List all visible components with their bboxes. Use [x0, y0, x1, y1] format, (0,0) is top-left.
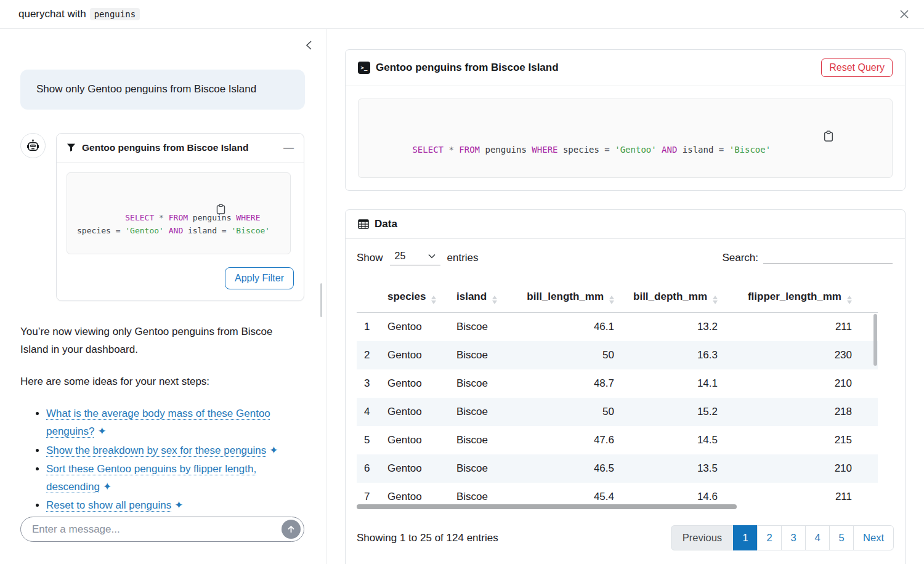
suggestion-link[interactable]: Sort these Gentoo penguins by flipper le… — [46, 463, 256, 493]
filter-tool-card: Gentoo penguins from Biscoe Island — SEL… — [56, 133, 304, 301]
send-button[interactable] — [282, 520, 301, 539]
sparkle-icon: ✦ — [174, 496, 183, 514]
robot-avatar — [20, 133, 46, 158]
column-header-island[interactable]: island — [450, 283, 509, 313]
suggestion-item: What is the average body mass of these G… — [46, 405, 305, 440]
data-card: Data Show 25 entries Search: — [345, 209, 906, 564]
funnel-icon — [67, 143, 76, 152]
table-row[interactable]: 5GentooBiscoe47.614.5215 — [357, 426, 878, 454]
filter-card-title: Gentoo penguins from Biscoe Island — [82, 142, 248, 153]
suggestion-link[interactable]: What is the average body mass of these G… — [46, 408, 270, 437]
pagination-previous-button[interactable]: Previous — [671, 525, 734, 550]
sort-icon — [431, 296, 436, 304]
pagination-page-5[interactable]: 5 — [829, 525, 854, 550]
data-table: speciesislandbill_length_mmbill_depth_mm… — [357, 283, 878, 511]
suggestion-link[interactable]: Show the breakdown by sex for these peng… — [46, 445, 266, 456]
table-row[interactable]: 1GentooBiscoe46.113.2211 — [357, 313, 878, 342]
pagination-page-4[interactable]: 4 — [805, 525, 830, 550]
table-row[interactable]: 3GentooBiscoe48.714.1210 — [357, 369, 878, 398]
assistant-paragraph: Here are some ideas for your next steps: — [20, 376, 304, 388]
entries-label: entries — [447, 252, 479, 264]
show-label: Show — [357, 252, 383, 264]
table-body: 1GentooBiscoe46.113.22112GentooBiscoe501… — [357, 313, 878, 512]
arrow-up-icon — [286, 525, 296, 534]
table-head-row: speciesislandbill_length_mmbill_depth_mm… — [357, 283, 878, 313]
table-info: Showing 1 to 25 of 124 entries — [357, 532, 498, 544]
sql-code-block: SELECT * FROM penguins WHERE species = '… — [358, 99, 893, 178]
sparkle-icon: ✦ — [269, 441, 278, 459]
column-header-bill_depth_mm[interactable]: bill_depth_mm — [620, 283, 724, 313]
suggestion-list: What is the average body mass of these G… — [46, 405, 305, 514]
sparkle-icon: ✦ — [97, 422, 106, 440]
message-input[interactable] — [32, 523, 282, 536]
table-scroll-container: speciesislandbill_length_mmbill_depth_mm… — [357, 283, 878, 511]
search-input[interactable] — [763, 250, 893, 264]
column-header-flipper_length_mm[interactable]: flipper_length_mm — [724, 283, 858, 313]
search-label: Search: — [722, 252, 758, 264]
sparkle-icon: ✦ — [103, 478, 111, 496]
pagination-next-button[interactable]: Next — [853, 525, 894, 550]
assistant-paragraph: You’re now viewing only Gentoo penguins … — [20, 323, 279, 358]
suggestion-link[interactable]: Reset to show all penguins — [46, 499, 171, 511]
chat-sidebar: Show only Gentoo penguins from Biscoe Is… — [0, 29, 326, 564]
dataset-name-chip: penguins — [90, 8, 140, 20]
sidebar-scrollbar[interactable] — [320, 283, 322, 317]
sql-code-block: SELECT * FROM penguins WHERE species = '… — [67, 172, 291, 254]
pagination-page-3[interactable]: 3 — [781, 525, 806, 550]
sort-icon — [609, 296, 614, 304]
pagination-page-2[interactable]: 2 — [757, 525, 782, 550]
suggestion-item: Sort these Gentoo penguins by flipper le… — [46, 460, 305, 496]
apply-filter-button[interactable]: Apply Filter — [225, 267, 294, 289]
message-input-bar — [20, 517, 304, 542]
data-card-title: Data — [375, 218, 397, 230]
sort-icon — [492, 296, 497, 304]
column-header-rownum — [357, 283, 381, 313]
table-row[interactable]: 6GentooBiscoe46.513.5210 — [357, 454, 878, 483]
column-header-species[interactable]: species — [381, 283, 450, 313]
robot-icon — [26, 139, 40, 153]
table-icon — [358, 219, 369, 230]
close-icon[interactable] — [898, 8, 910, 20]
table-horizontal-scrollbar[interactable] — [357, 504, 737, 509]
suggestion-item: Show the breakdown by sex for these peng… — [46, 441, 305, 459]
sort-icon — [847, 296, 852, 304]
assistant-message-row: Gentoo penguins from Biscoe Island — SEL… — [20, 133, 304, 301]
table-row[interactable]: 2GentooBiscoe5016.3230 — [357, 341, 878, 369]
app-title: querychat with — [18, 8, 86, 20]
column-header-bill_length_mm[interactable]: bill_length_mm — [509, 283, 620, 313]
query-card: >_ Gentoo penguins from Biscoe Island Re… — [345, 49, 906, 191]
chevron-down-icon — [428, 254, 436, 259]
user-message-bubble: Show only Gentoo penguins from Biscoe Is… — [20, 70, 305, 110]
pagination: Previous12345Next — [671, 525, 894, 550]
top-bar: querychat with penguins — [0, 0, 924, 29]
suggestion-item: Reset to show all penguins✦ — [46, 496, 305, 514]
table-row[interactable]: 4GentooBiscoe5015.2218 — [357, 398, 878, 426]
query-card-title: Gentoo penguins from Biscoe Island — [376, 62, 559, 74]
sort-icon — [713, 296, 718, 304]
pagination-page-1[interactable]: 1 — [733, 525, 758, 550]
dashboard-panel: >_ Gentoo penguins from Biscoe Island Re… — [326, 29, 924, 564]
reset-query-button[interactable]: Reset Query — [821, 58, 893, 77]
copy-icon[interactable] — [824, 105, 886, 167]
copy-icon[interactable] — [216, 179, 284, 240]
table-vertical-scrollbar[interactable] — [873, 314, 877, 366]
collapse-filter-card-button[interactable]: — — [283, 142, 294, 154]
page-size-select[interactable]: 25 — [390, 250, 440, 265]
terminal-icon: >_ — [358, 62, 370, 74]
column-header-body_mass_g[interactable]: body_mass_g — [858, 283, 878, 313]
sidebar-collapse-button[interactable] — [305, 40, 314, 50]
